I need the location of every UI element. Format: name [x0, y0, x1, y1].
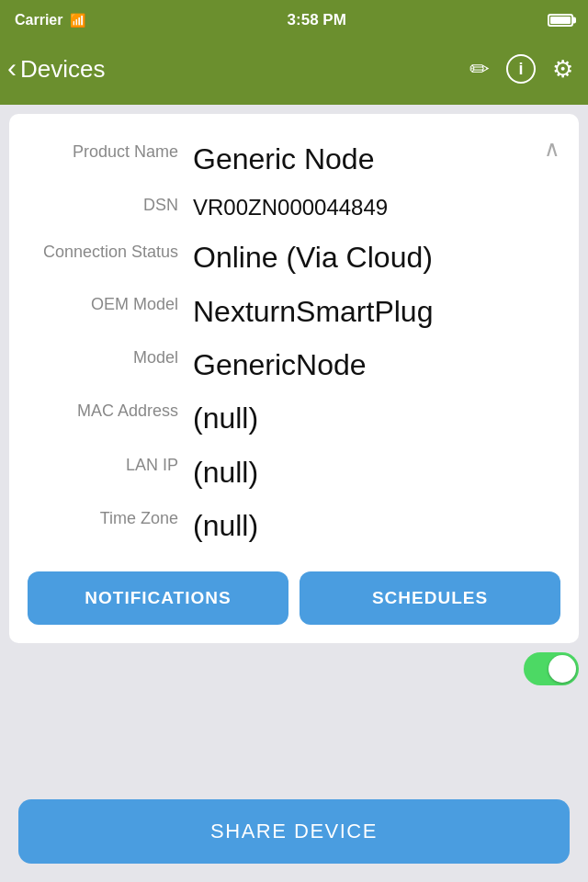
status-bar: Carrier 📶 3:58 PM: [0, 0, 588, 40]
dsn-row: DSN VR00ZN000044849: [28, 186, 560, 231]
collapse-arrow-icon[interactable]: ∧: [544, 136, 560, 162]
lan-ip-value: (null): [193, 455, 560, 490]
share-device-button[interactable]: SHARE DEVICE: [18, 799, 570, 864]
carrier-label: Carrier: [15, 12, 62, 28]
back-chevron-icon: ‹: [7, 54, 17, 82]
time-zone-value: (null): [193, 508, 560, 543]
oem-model-label: OEM Model: [28, 294, 193, 315]
status-bar-right: [548, 14, 573, 27]
time-zone-row: Time Zone (null): [28, 499, 560, 552]
connection-status-value: Online (Via Cloud): [193, 240, 560, 275]
device-toggle[interactable]: [524, 652, 579, 685]
mac-address-row: MAC Address (null): [28, 391, 560, 445]
status-bar-left: Carrier 📶: [15, 12, 85, 28]
mac-address-label: MAC Address: [28, 401, 193, 422]
toggle-knob: [548, 655, 576, 683]
dsn-label: DSN: [28, 195, 193, 216]
product-name-value: Generic Node: [193, 141, 560, 176]
oem-model-value: NexturnSmartPlug: [193, 294, 560, 329]
info-icon[interactable]: i: [506, 54, 536, 84]
nav-actions: ✏ i ⚙: [469, 54, 573, 84]
time-zone-label: Time Zone: [28, 508, 193, 529]
product-name-row: Product Name Generic Node: [28, 132, 560, 186]
back-label: Devices: [20, 55, 105, 84]
device-info-card: ∧ Product Name Generic Node DSN VR00ZN00…: [9, 114, 579, 643]
action-buttons: NOTIFICATIONS SCHEDULES: [28, 571, 560, 625]
bottom-section: [9, 652, 579, 707]
wifi-icon: 📶: [70, 13, 85, 28]
lan-ip-row: LAN IP (null): [28, 446, 560, 499]
model-row: Model GenericNode: [28, 338, 560, 391]
edit-icon[interactable]: ✏: [469, 55, 490, 84]
connection-status-row: Connection Status Online (Via Cloud): [28, 231, 560, 284]
product-name-label: Product Name: [28, 141, 193, 163]
back-button[interactable]: ‹ Devices: [7, 55, 105, 84]
nav-bar: ‹ Devices ✏ i ⚙: [0, 40, 588, 105]
settings-icon[interactable]: ⚙: [552, 55, 573, 84]
device-info-table: Product Name Generic Node DSN VR00ZN0000…: [28, 132, 560, 553]
connection-status-label: Connection Status: [28, 240, 193, 263]
dsn-value: VR00ZN000044849: [193, 195, 560, 221]
schedules-button[interactable]: SCHEDULES: [300, 571, 560, 625]
model-label: Model: [28, 347, 193, 368]
battery-icon: [548, 14, 573, 27]
oem-model-row: OEM Model NexturnSmartPlug: [28, 285, 560, 338]
share-bar: SHARE DEVICE: [0, 790, 588, 882]
model-value: GenericNode: [193, 347, 560, 382]
status-time: 3:58 PM: [288, 11, 346, 29]
notifications-button[interactable]: NOTIFICATIONS: [28, 571, 288, 625]
lan-ip-label: LAN IP: [28, 455, 193, 476]
mac-address-value: (null): [193, 401, 560, 435]
